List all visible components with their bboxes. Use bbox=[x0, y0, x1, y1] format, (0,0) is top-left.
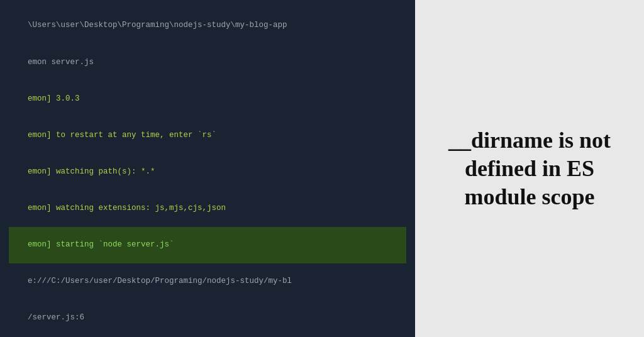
terminal-line-path1: \Users\user\Desktop\Programing\nodejs-st… bbox=[9, 8, 406, 44]
terminal-line-2: emon] 3.0.3 bbox=[9, 80, 406, 117]
terminal-line-3: emon] to restart at any time, enter `rs` bbox=[9, 117, 406, 153]
terminal-line-6: emon] starting `node server.js` bbox=[9, 227, 406, 263]
terminal-line-4: emon] watching path(s): *.* bbox=[9, 154, 406, 191]
terminal-line-1: emon server.js bbox=[9, 44, 406, 80]
info-panel: __dirname is not defined in ES module sc… bbox=[415, 0, 644, 337]
terminal-line-7: e:///C:/Users/user/Desktop/Programing/no… bbox=[9, 263, 406, 300]
error-title: __dirname is not defined in ES module sc… bbox=[440, 126, 619, 211]
terminal-panel: \Users\user\Desktop\Programing\nodejs-st… bbox=[0, 0, 415, 337]
terminal-line-5: emon] watching extensions: js,mjs,cjs,js… bbox=[9, 191, 406, 227]
terminal-line-8: /server.js:6 bbox=[9, 300, 406, 336]
